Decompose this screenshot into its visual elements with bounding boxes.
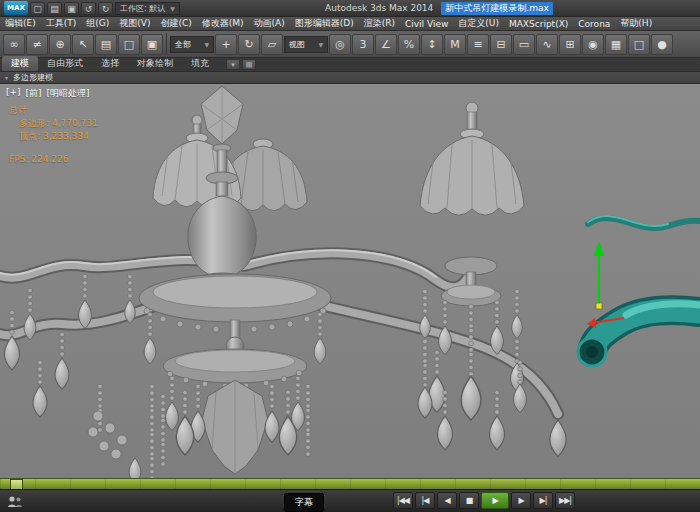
toolbar-group-select: ∞≠⊕↖▤□▣ [3, 34, 163, 55]
people-icon[interactable] [7, 495, 23, 508]
use-pivot-center-icon[interactable]: ◎ [329, 34, 351, 55]
curve-editor-icon[interactable]: ∿ [536, 34, 558, 55]
player-control-bar: 字幕 |◀◀|◀◀■▶▶▶|▶▶| [0, 489, 700, 512]
angle-snap-icon[interactable]: ∠ [375, 34, 397, 55]
open-file-icon[interactable]: ▤ [47, 2, 62, 15]
gizmo-y-arrowhead [594, 241, 604, 256]
menu-item[interactable]: 帮助(H) [615, 17, 657, 30]
viewport-general-menu[interactable]: [+] [6, 87, 21, 100]
go-to-start-button[interactable]: |◀◀ [393, 492, 413, 509]
menu-item[interactable]: 动画(A) [249, 17, 290, 30]
stats-polys: 多边形: 4,770,731 [9, 117, 98, 130]
tab-object-paint[interactable]: 对象绘制 [128, 56, 182, 71]
tab-populate[interactable]: 填充 [182, 56, 218, 71]
snaps-toggle-icon[interactable]: 3 [352, 34, 374, 55]
document-name: 新中式吊灯建模录制.max [441, 2, 552, 15]
menu-item[interactable]: 修改器(M) [197, 17, 249, 30]
transport-buttons: |◀◀|◀◀■▶▶▶|▶▶| [392, 492, 576, 509]
ribbon-mini-icons: ▾ ▤ [226, 59, 256, 71]
next-frame-button[interactable]: ▶ [511, 492, 531, 509]
menu-bar: 编辑(E)工具(T)组(G)视图(V)创建(C)修改器(M)动画(A)图形编辑器… [0, 17, 700, 31]
toolbar-group-transform: +↻▱ [215, 34, 283, 55]
menu-item[interactable]: MAXScript(X) [504, 19, 573, 29]
percent-snap-icon[interactable]: % [398, 34, 420, 55]
menu-item[interactable]: 创建(C) [155, 17, 196, 30]
toolbar-group-tools: ◎3∠%↕M≡⊟▭∿⊞◉▦□● [329, 34, 673, 55]
ribbon-tab-bar: 建模自由形式选择对象绘制填充 ▾ ▤ [0, 58, 700, 72]
select-and-rotate-icon[interactable]: ↻ [238, 34, 260, 55]
tab-selection[interactable]: 选择 [92, 56, 128, 71]
mirror-icon[interactable]: M [444, 34, 466, 55]
stats-verts: 顶点: 3,233,334 [9, 130, 98, 143]
previous-frame-button[interactable]: ◀ [437, 492, 457, 509]
menu-item[interactable]: Civil View [400, 19, 453, 29]
spinner-snap-icon[interactable]: ↕ [421, 34, 443, 55]
stop-button[interactable]: ■ [459, 492, 479, 509]
menu-item[interactable]: 工具(T) [41, 17, 82, 30]
subtitle-button[interactable]: 字幕 [284, 493, 324, 512]
teal-pipe-object[interactable] [578, 216, 700, 366]
menu-item[interactable]: 自定义(U) [453, 17, 504, 30]
select-and-link-icon[interactable]: ∞ [3, 34, 25, 55]
tab-freeform[interactable]: 自由形式 [38, 56, 92, 71]
viewport-front[interactable]: [+] [前] [明暗处理] 总计 多边形: 4,770,731 顶点: 3,2… [0, 84, 700, 478]
timeline-bar[interactable] [0, 478, 700, 489]
play-button[interactable]: ▶ [481, 492, 509, 509]
title-bar: MAX ▢▤▣↺↻ 工作区: 默认 ▼ Autodesk 3ds Max 201… [0, 0, 700, 17]
unlink-selection-icon[interactable]: ≠ [26, 34, 48, 55]
viewport-statistics: 总计 多边形: 4,770,731 顶点: 3,233,334 FPS: 224… [9, 104, 98, 166]
chevron-down-icon: ▼ [170, 3, 175, 14]
max-app-menu-button[interactable]: MAX [4, 1, 28, 15]
select-by-name-icon[interactable]: ▤ [95, 34, 117, 55]
menu-item[interactable]: 视图(V) [114, 17, 155, 30]
previous-key-button[interactable]: |◀ [415, 492, 435, 509]
main-toolbar: ∞≠⊕↖▤□▣ 全部 ▼ +↻▱ 视图 ▼ ◎3∠%↕M≡⊟▭∿⊞◉▦□● [0, 31, 700, 58]
select-and-move-icon[interactable]: + [215, 34, 237, 55]
chevron-down-icon: ▼ [204, 41, 209, 48]
select-and-scale-icon[interactable]: ▱ [261, 34, 283, 55]
schematic-view-icon[interactable]: ⊞ [559, 34, 581, 55]
undo-icon[interactable]: ↺ [81, 2, 96, 15]
next-key-button[interactable]: ▶| [533, 492, 553, 509]
window-crossing-icon[interactable]: ▣ [141, 34, 163, 55]
rectangular-region-icon[interactable]: □ [118, 34, 140, 55]
viewport-canvas[interactable] [0, 84, 700, 478]
viewport-pov-menu[interactable]: [前] [26, 87, 42, 100]
stats-total-label: 总计 [9, 104, 98, 117]
ribbon-toggle-icon[interactable]: ▭ [513, 34, 535, 55]
quick-access-toolbar: ▢▤▣↺↻ [30, 2, 113, 15]
polygon-modeling-panel-label[interactable]: 多边形建模 [13, 72, 53, 83]
material-editor-icon[interactable]: ◉ [582, 34, 604, 55]
ribbon-minimize-icon[interactable]: ▾ [226, 59, 240, 70]
render-production-icon[interactable]: ● [651, 34, 673, 55]
gizmo-origin [596, 303, 602, 309]
align-icon[interactable]: ≡ [467, 34, 489, 55]
menu-item[interactable]: 组(G) [81, 17, 114, 30]
panel-collapse-icon[interactable]: ▾ [5, 74, 8, 81]
reference-coordinate-dropdown[interactable]: 视图 ▼ [284, 36, 328, 53]
new-scene-icon[interactable]: ▢ [30, 2, 45, 15]
window-title: Autodesk 3ds Max 2014 新中式吊灯建模录制.max [182, 2, 696, 15]
save-file-icon[interactable]: ▣ [64, 2, 79, 15]
viewport-label: [+] [前] [明暗处理] [6, 87, 90, 100]
workspace-dropdown[interactable]: 工作区: 默认 ▼ [115, 2, 180, 15]
ribbon-config-icon[interactable]: ▤ [242, 59, 256, 70]
menu-item[interactable]: 渲染(R) [359, 17, 400, 30]
layer-manager-icon[interactable]: ⊟ [490, 34, 512, 55]
ribbon-panel-row: ▾ 多边形建模 [0, 72, 700, 84]
viewport-shading-menu[interactable]: [明暗处理] [47, 87, 90, 100]
render-setup-icon[interactable]: ▦ [605, 34, 627, 55]
go-to-end-button[interactable]: ▶▶| [555, 492, 575, 509]
menu-item[interactable]: Corona [573, 19, 615, 29]
chevron-down-icon: ▼ [318, 41, 323, 48]
tab-modeling[interactable]: 建模 [2, 56, 38, 71]
redo-icon[interactable]: ↻ [98, 2, 113, 15]
bind-to-space-warp-icon[interactable]: ⊕ [49, 34, 71, 55]
menu-item[interactable]: 编辑(E) [0, 17, 41, 30]
selection-filter-dropdown[interactable]: 全部 ▼ [170, 36, 214, 53]
rendered-frame-icon[interactable]: □ [628, 34, 650, 55]
select-object-icon[interactable]: ↖ [72, 34, 94, 55]
menu-item[interactable]: 图形编辑器(D) [290, 17, 359, 30]
ribbon-tabs: 建模自由形式选择对象绘制填充 [2, 56, 218, 71]
toolbar-separator [166, 33, 167, 55]
